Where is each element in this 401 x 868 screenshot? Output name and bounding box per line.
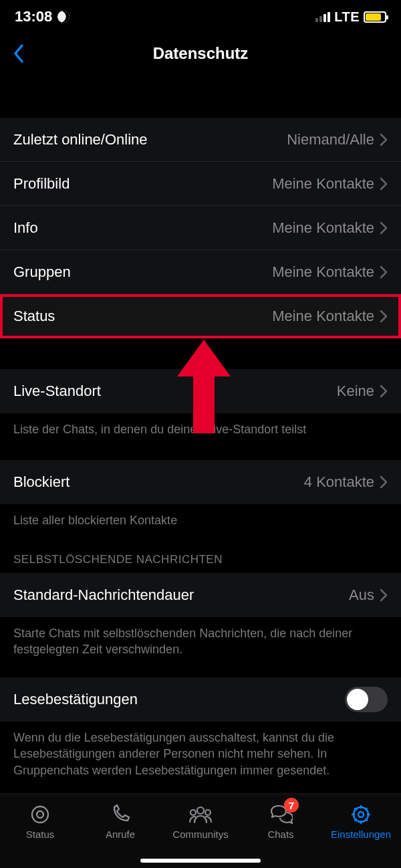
read-receipts-footer: Wenn du die Lesebestätigungen ausschalte…: [0, 722, 401, 789]
tab-label: Chats: [267, 829, 293, 840]
signal-icon: [315, 12, 330, 22]
chevron-right-icon: [380, 310, 388, 323]
row-value: Meine Kontakte: [272, 219, 374, 237]
row-label: Live-Standort: [13, 383, 101, 400]
disappearing-group: Standard-Nachrichtendauer Aus: [0, 573, 401, 617]
row-blocked[interactable]: Blockiert 4 Kontakte: [0, 460, 401, 504]
phone-icon: [108, 803, 133, 826]
people-icon: [188, 803, 213, 826]
gear-icon: [348, 803, 374, 826]
row-value: Aus: [349, 586, 374, 604]
battery-icon: [364, 11, 386, 23]
chevron-right-icon: [380, 385, 388, 398]
status-bar: 13:08 LTE: [0, 0, 401, 33]
row-value: 4 Kontakte: [304, 473, 374, 491]
row-last-seen[interactable]: Zuletzt online/Online Niemand/Alle: [0, 118, 401, 162]
svg-point-1: [32, 806, 48, 823]
row-about[interactable]: Info Meine Kontakte: [0, 206, 401, 250]
row-label: Lesebestätigungen: [13, 691, 138, 708]
svg-point-6: [358, 812, 364, 817]
nav-header: Datenschutz: [0, 33, 401, 74]
chevron-right-icon: [380, 475, 388, 489]
home-indicator: [140, 859, 261, 863]
disappearing-footer: Starte Chats mit selbstlöschenden Nachri…: [0, 617, 401, 669]
disappearing-header: SELBSTLÖSCHENDE NACHRICHTEN: [0, 540, 401, 573]
chevron-right-icon: [380, 221, 388, 235]
tab-communities[interactable]: Communitys: [160, 795, 241, 868]
chats-badge: 7: [284, 798, 299, 812]
row-label: Status: [13, 308, 55, 325]
tab-settings[interactable]: Einstellungen: [321, 795, 401, 868]
row-value: Meine Kontakte: [272, 308, 374, 325]
clock: 13:08: [15, 8, 52, 25]
row-value: Niemand/Alle: [287, 131, 374, 148]
row-live-location[interactable]: Live-Standort Keine: [0, 369, 401, 413]
svg-point-5: [205, 810, 211, 815]
row-status[interactable]: Status Meine Kontakte: [0, 294, 401, 338]
privacy-visibility-group: Zuletzt online/Online Niemand/Alle Profi…: [0, 118, 401, 338]
svg-point-3: [197, 807, 204, 814]
tab-label: Einstellungen: [331, 829, 391, 840]
back-button[interactable]: [9, 41, 28, 66]
status-ring-icon: [27, 803, 53, 826]
read-receipts-group: Lesebestätigungen: [0, 677, 401, 722]
row-profile-photo[interactable]: Profilbild Meine Kontakte: [0, 162, 401, 206]
read-receipts-toggle[interactable]: [345, 687, 388, 712]
network-label: LTE: [334, 9, 360, 25]
tab-label: Anrufe: [106, 829, 135, 840]
svg-point-7: [354, 807, 368, 822]
row-label: Zuletzt online/Online: [13, 131, 148, 148]
chevron-right-icon: [380, 133, 388, 146]
svg-point-2: [37, 811, 43, 818]
row-label: Info: [13, 219, 38, 237]
row-label: Profilbild: [13, 175, 70, 193]
row-groups[interactable]: Gruppen Meine Kontakte: [0, 250, 401, 294]
row-value: Keine: [337, 383, 374, 400]
chevron-right-icon: [380, 588, 388, 602]
live-location-group: Live-Standort Keine: [0, 369, 401, 413]
chevron-right-icon: [380, 177, 388, 191]
blocked-footer: Liste aller blockierten Kontakte: [0, 504, 401, 539]
tab-bar: Status Anrufe Communitys 7 Chats Einst: [0, 794, 401, 868]
row-value: Meine Kontakte: [272, 263, 374, 281]
row-label: Blockiert: [13, 473, 70, 491]
row-value: Meine Kontakte: [272, 175, 374, 193]
live-location-footer: Liste der Chats, in denen du deinen Live…: [0, 413, 401, 448]
row-read-receipts: Lesebestätigungen: [0, 677, 401, 722]
svg-point-4: [190, 810, 196, 815]
row-label: Standard-Nachrichtendauer: [13, 586, 194, 604]
chevron-right-icon: [380, 265, 388, 279]
blocked-group: Blockiert 4 Kontakte: [0, 460, 401, 504]
tab-label: Communitys: [172, 829, 228, 840]
content-scroll[interactable]: Zuletzt online/Online Niemand/Alle Profi…: [0, 74, 401, 794]
tab-label: Status: [26, 829, 55, 840]
page-title: Datenschutz: [153, 44, 249, 63]
tab-chats[interactable]: 7 Chats: [241, 795, 321, 868]
tab-calls[interactable]: Anrufe: [80, 795, 160, 868]
tab-status[interactable]: Status: [0, 795, 80, 868]
dnd-moon-icon: [56, 9, 72, 24]
row-label: Gruppen: [13, 263, 71, 281]
row-default-timer[interactable]: Standard-Nachrichtendauer Aus: [0, 573, 401, 617]
